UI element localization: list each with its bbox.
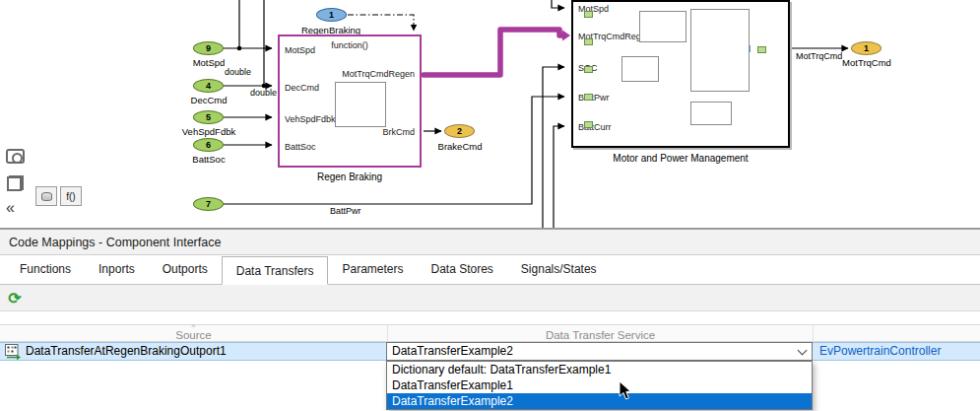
row-component-link[interactable]: EvPowertrainController (819, 344, 941, 358)
tab-data-stores[interactable]: Data Stores (417, 255, 506, 284)
inner-tag-icon (584, 94, 593, 101)
tab-outports[interactable]: Outports (149, 255, 222, 284)
wire-label-battpwr: BattPwr (330, 206, 361, 216)
diagram-canvas[interactable]: « f() 9 MotSpd 4 DecCmd 5 VehSpdFdbk 6 B… (0, 0, 980, 230)
table-row[interactable]: DataTransferAtRegenBrakingOutport1 DataT… (0, 342, 980, 361)
inner-tag-icon (757, 46, 766, 53)
inport-4[interactable]: 4 (193, 79, 224, 93)
inner-tag-icon (584, 38, 593, 45)
chevron-down-icon (798, 346, 808, 356)
simulink-window: « f() 9 MotSpd 4 DecCmd 5 VehSpdFdbk 6 B… (0, 0, 980, 411)
function-badge-button[interactable]: f() (60, 186, 82, 206)
regen-port-mottrqcmdregen: MotTrqCmdRegen (342, 69, 415, 79)
tab-signals-states[interactable]: Signals/States (507, 255, 611, 284)
inport-5-label: VehSpdFdbk (164, 126, 253, 137)
data-dictionary-button[interactable] (35, 186, 57, 206)
regen-port-battsoc: BattSoc (285, 142, 316, 152)
mouse-cursor (619, 380, 632, 401)
layers-icon[interactable] (7, 175, 24, 191)
outport-2[interactable]: 2 (444, 124, 475, 138)
regen-port-brkcmd: BrkCmd (382, 127, 415, 137)
subsystem-icon (335, 82, 386, 127)
wire-label-mottrqcmd: MotTrqCmd (796, 51, 842, 61)
trigger-port-1[interactable]: 1 (316, 8, 347, 22)
code-mappings-tabs: Functions Inports Outports Data Transfer… (0, 255, 980, 285)
motor-port-battpwr: BattPwr (578, 93, 610, 103)
inner-block (639, 11, 686, 42)
tab-inports[interactable]: Inports (85, 255, 149, 284)
regen-port-vehspdfdbk: VehSpdFdbk (285, 114, 336, 124)
regen-port-motspd: MotSpd (285, 45, 315, 55)
regen-block-title: Regen Braking (278, 171, 422, 182)
dropdown-option-example1[interactable]: DataTransferExample1 (387, 377, 812, 393)
data-transfer-service-combobox[interactable]: DataTransferExample2 (386, 342, 813, 361)
tab-functions[interactable]: Functions (6, 255, 85, 284)
tab-data-transfers[interactable]: Data Transfers (222, 256, 329, 285)
inner-tag-icon (584, 66, 593, 73)
wire-label-double-1: double (225, 67, 251, 77)
collapse-sidebar-chevron-icon[interactable]: « (6, 199, 15, 217)
tab-parameters[interactable]: Parameters (328, 255, 417, 284)
data-transfer-icon (5, 344, 22, 360)
combobox-value: DataTransferExample2 (392, 344, 513, 358)
dropdown-option-dictionary-default[interactable]: Dictionary default: DataTransferExample1 (387, 362, 812, 377)
outport-1[interactable]: 1 (851, 41, 882, 55)
inport-5[interactable]: 5 (193, 110, 224, 124)
inner-block (690, 9, 750, 92)
camera-icon[interactable] (6, 149, 25, 164)
inport-6[interactable]: 6 (193, 138, 224, 152)
inport-4-label: DecCmd (164, 95, 253, 105)
column-header-service[interactable]: Data Transfer Service (387, 325, 813, 341)
inner-tag-icon (584, 11, 593, 18)
column-divider (813, 325, 814, 341)
inner-tag-icon (584, 121, 593, 128)
refresh-icon[interactable]: ⟳ (4, 287, 26, 308)
inner-block (690, 102, 732, 125)
panel-title: Code Mappings - Component Interface (0, 230, 980, 255)
wire-label-double-2: double (250, 88, 277, 98)
inport-7[interactable]: 7 (193, 197, 224, 211)
regen-port-deccmd: DecCmd (285, 83, 319, 93)
motor-port-motspd: MotSpd (578, 4, 609, 14)
database-icon (41, 192, 52, 201)
row-source-label: DataTransferAtRegenBrakingOutport1 (26, 344, 227, 358)
dropdown-option-example2[interactable]: DataTransferExample2 (387, 393, 812, 409)
signal-wires (0, 0, 980, 230)
motor-power-mgmt-subsystem[interactable]: MotSpd MotTrqCmdRegen SOC BattPwr BattCu… (571, 0, 790, 148)
outport-2-label: BrakeCmd (416, 141, 504, 152)
inner-block (621, 56, 659, 82)
motor-block-title: Motor and Power Management (571, 153, 790, 164)
service-dropdown-list: Dictionary default: DataTransferExample1… (386, 361, 813, 410)
regen-braking-subsystem[interactable]: function() MotSpd DecCmd VehSpdFdbk Batt… (278, 34, 422, 168)
highlighted-signal (424, 30, 562, 75)
column-header-source[interactable]: ^ Source (0, 325, 387, 341)
table-header: ^ Source Data Transfer Service (0, 324, 980, 342)
panel-toolbar: ⟳ (0, 285, 980, 311)
inport-6-label: BattSoc (164, 154, 253, 165)
inport-9[interactable]: 9 (193, 41, 224, 55)
